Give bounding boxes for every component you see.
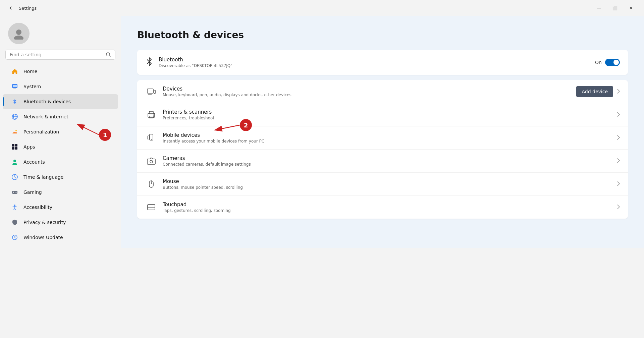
- search-box[interactable]: [5, 50, 115, 60]
- svg-rect-35: [147, 159, 155, 164]
- sidebar-item-home[interactable]: Home: [3, 64, 118, 79]
- sidebar-item-personalization[interactable]: Personalization: [3, 124, 118, 139]
- bluetooth-icon: [145, 57, 153, 68]
- avatar[interactable]: [8, 23, 30, 44]
- accessibility-icon: [11, 203, 19, 211]
- svg-point-36: [150, 160, 153, 163]
- svg-rect-6: [13, 85, 17, 87]
- svg-point-1: [14, 36, 23, 40]
- settings-item-printers[interactable]: Printers & scannersPreferences, troubles…: [137, 103, 628, 126]
- settings-item-mouse[interactable]: MouseButtons, mouse pointer speed, scrol…: [137, 173, 628, 196]
- printers-text: Printers & scannersPreferences, troubles…: [163, 109, 612, 120]
- settings-item-touchpad[interactable]: TouchpadTaps, gestures, scrolling, zoomi…: [137, 196, 628, 219]
- page-title: Bluetooth & devices: [137, 30, 628, 41]
- bluetooth-info: Bluetooth Discoverable as "DESKTOP-4L537…: [159, 57, 590, 68]
- svg-point-23: [14, 205, 15, 206]
- touchpad-description: Taps, gestures, scrolling, zooming: [163, 208, 612, 213]
- cameras-action: [617, 158, 620, 164]
- bluetooth-toggle[interactable]: [605, 59, 620, 66]
- sidebar-item-gaming[interactable]: Gaming: [3, 185, 118, 200]
- apps-icon: [11, 143, 19, 151]
- printers-action: [617, 112, 620, 118]
- svg-rect-34: [148, 136, 150, 139]
- svg-rect-40: [148, 205, 155, 210]
- cameras-title: Cameras: [163, 155, 612, 161]
- chevron-right-icon: [617, 135, 620, 141]
- chevron-right-icon: [617, 205, 620, 210]
- maximize-button[interactable]: ⬜: [607, 3, 623, 13]
- sidebar-item-system[interactable]: System: [3, 79, 118, 94]
- sidebar-item-update[interactable]: Windows Update: [3, 230, 118, 245]
- personalization-icon: [11, 128, 19, 136]
- home-icon: [11, 67, 19, 75]
- sidebar-item-bluetooth[interactable]: Bluetooth & devices: [3, 94, 118, 109]
- add-device-button[interactable]: Add device: [576, 86, 613, 97]
- devices-icon: [145, 86, 157, 98]
- user-avatar-section: [0, 16, 121, 50]
- settings-list: DevicesMouse, keyboard, pen, audio, disp…: [137, 80, 628, 219]
- toggle-label: On: [595, 60, 602, 65]
- sidebar-item-label-home: Home: [23, 69, 37, 74]
- mouse-icon: [145, 178, 157, 190]
- sidebar-item-label-gaming: Gaming: [23, 189, 42, 195]
- printers-title: Printers & scanners: [163, 109, 612, 115]
- devices-text: DevicesMouse, keyboard, pen, audio, disp…: [163, 86, 571, 97]
- settings-item-cameras[interactable]: CamerasConnected cameras, default image …: [137, 150, 628, 173]
- chevron-right-icon: [617, 89, 620, 95]
- svg-rect-13: [12, 147, 14, 150]
- sidebar-item-label-network: Network & internet: [23, 114, 68, 119]
- sidebar-item-accessibility[interactable]: Accessibility: [3, 200, 118, 215]
- privacy-icon: [11, 218, 19, 226]
- svg-point-16: [12, 163, 17, 165]
- cameras-icon: [145, 155, 157, 167]
- sidebar-nav: HomeSystemBluetooth & devicesNetwork & i…: [0, 64, 121, 245]
- content-area: Bluetooth & devices Bluetooth Discoverab…: [121, 16, 644, 248]
- chevron-right-icon: [617, 158, 620, 164]
- accounts-icon: [11, 158, 19, 166]
- window-controls: — ⬜ ✕: [591, 3, 639, 13]
- sidebar-item-time[interactable]: Time & language: [3, 170, 118, 184]
- update-icon: [11, 233, 19, 241]
- svg-point-15: [13, 160, 16, 162]
- sidebar-item-accounts[interactable]: Accounts: [3, 155, 118, 169]
- chevron-right-icon: [617, 181, 620, 187]
- mobile-icon: [145, 132, 157, 144]
- cameras-text: CamerasConnected cameras, default image …: [163, 155, 612, 167]
- mobile-title: Mobile devices: [163, 132, 612, 138]
- bluetooth-card: Bluetooth Discoverable as "DESKTOP-4L537…: [137, 50, 628, 75]
- title-bar: Settings — ⬜ ✕: [0, 0, 644, 16]
- touchpad-action: [617, 205, 620, 210]
- sidebar-item-privacy[interactable]: Privacy & security: [3, 215, 118, 230]
- sidebar-item-label-accessibility: Accessibility: [23, 205, 52, 210]
- close-button[interactable]: ✕: [623, 3, 639, 13]
- devices-title: Devices: [163, 86, 571, 92]
- bluetooth-icon: [11, 98, 19, 106]
- minimize-button[interactable]: —: [591, 3, 606, 13]
- svg-point-39: [151, 183, 152, 184]
- svg-point-22: [16, 192, 17, 192]
- gaming-icon: [11, 188, 19, 196]
- search-icon: [106, 52, 111, 57]
- svg-rect-12: [15, 144, 17, 147]
- sidebar: HomeSystemBluetooth & devicesNetwork & i…: [0, 16, 121, 248]
- sidebar-item-label-personalization: Personalization: [23, 129, 59, 134]
- sidebar-item-label-time: Time & language: [23, 174, 63, 180]
- svg-rect-26: [154, 90, 155, 94]
- time-icon: [11, 173, 19, 181]
- search-input[interactable]: [10, 52, 103, 57]
- cameras-description: Connected cameras, default image setting…: [163, 162, 612, 167]
- mobile-text: Mobile devicesInstantly access your mobi…: [163, 132, 612, 144]
- svg-point-33: [151, 139, 152, 140]
- network-icon: [11, 113, 19, 121]
- sidebar-item-network[interactable]: Network & internet: [3, 109, 118, 124]
- touchpad-text: TouchpadTaps, gestures, scrolling, zoomi…: [163, 202, 612, 213]
- mobile-description: Instantly access your mobile devices fro…: [163, 139, 612, 144]
- settings-item-devices[interactable]: DevicesMouse, keyboard, pen, audio, disp…: [137, 80, 628, 103]
- touchpad-icon: [145, 201, 157, 213]
- settings-item-mobile[interactable]: Mobile devicesInstantly access your mobi…: [137, 126, 628, 150]
- back-button[interactable]: [5, 3, 16, 13]
- bluetooth-title: Bluetooth: [159, 57, 590, 63]
- devices-action: Add device: [576, 86, 620, 97]
- mouse-title: Mouse: [163, 178, 612, 184]
- sidebar-item-apps[interactable]: Apps: [3, 139, 118, 154]
